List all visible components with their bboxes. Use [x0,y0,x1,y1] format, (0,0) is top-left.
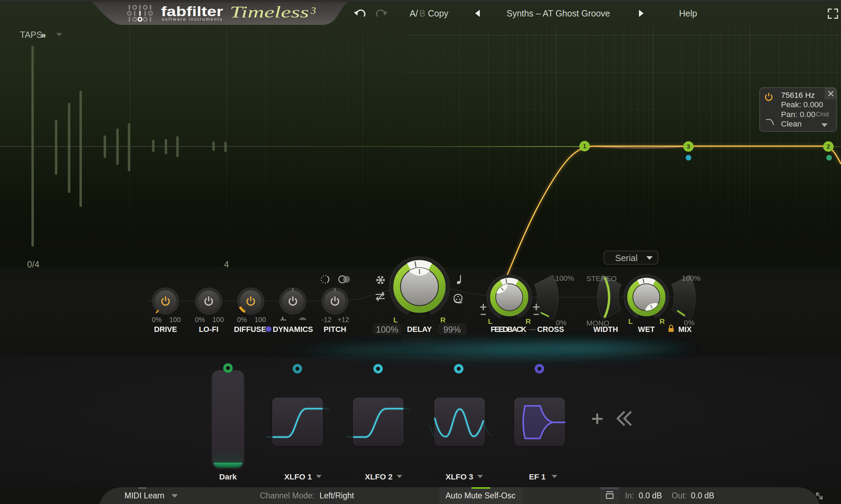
svg-text:Clean: Clean [781,120,802,128]
svg-text:0.0 dB: 0.0 dB [639,491,662,500]
svg-text:DELAY: DELAY [407,325,432,334]
svg-text:0.0 dB: 0.0 dB [691,491,714,500]
svg-text:L: L [393,316,398,324]
svg-text:100%: 100% [555,274,574,282]
svg-text:100%: 100% [376,325,398,334]
svg-text:Peak: 0.000: Peak: 0.000 [781,100,823,109]
svg-text:75616 Hz: 75616 Hz [781,91,815,100]
svg-text:100: 100 [169,316,181,323]
svg-text:0%: 0% [152,316,162,323]
svg-text:Synths – AT Ghost Groove: Synths – AT Ghost Groove [506,8,610,18]
svg-text:XLFO 2: XLFO 2 [365,472,393,481]
svg-text:0%: 0% [195,316,205,323]
svg-text:Out:: Out: [672,491,687,500]
svg-text:A/: A/ [410,8,418,18]
svg-text:99%: 99% [443,325,461,334]
svg-text:—: — [529,325,536,333]
svg-text:-12: -12 [322,316,331,323]
svg-text:100%: 100% [682,274,701,282]
svg-text:Cmd: Cmd [816,111,829,118]
svg-text:3: 3 [310,5,316,16]
svg-text:+12: +12 [337,316,349,323]
svg-text:WET: WET [638,325,655,334]
svg-text:4: 4 [224,259,229,269]
svg-text:Auto Mute Self-Osc: Auto Mute Self-Osc [445,491,515,500]
svg-text:100: 100 [255,316,266,323]
svg-text:DYNAMICS: DYNAMICS [273,325,313,334]
svg-text:R: R [440,316,445,324]
svg-text:R: R [659,317,665,325]
svg-text:In:: In: [625,491,634,500]
svg-text:0%: 0% [237,316,247,323]
svg-text:Serial: Serial [615,253,638,263]
svg-text:Copy: Copy [428,8,449,18]
svg-text:LO-FI: LO-FI [199,325,218,334]
svg-text:WIDTH: WIDTH [593,325,618,334]
svg-text:Dark: Dark [219,472,237,481]
svg-text:PITCH: PITCH [324,325,347,334]
svg-text:CROSS: CROSS [537,325,564,334]
svg-text:»: » [41,30,46,40]
svg-text:FEEDBACK: FEEDBACK [491,325,526,334]
svg-text:1: 1 [583,143,586,150]
svg-text:3: 3 [687,143,690,150]
svg-text:Left/Right: Left/Right [319,491,354,500]
svg-text:L: L [488,317,493,325]
svg-text:MIDI Learn: MIDI Learn [125,491,164,500]
svg-text:DRIVE: DRIVE [154,325,177,334]
svg-text:Timeless: Timeless [230,3,309,21]
svg-text:MIX: MIX [678,325,692,334]
svg-text:DIFFUSE: DIFFUSE [234,325,266,334]
svg-text:EF 1: EF 1 [529,472,546,481]
svg-text:Pan: 0.00: Pan: 0.00 [781,110,815,119]
svg-text:0/4: 0/4 [27,259,40,269]
svg-text:XLFO 3: XLFO 3 [446,472,473,481]
svg-text:XLFO 1: XLFO 1 [284,472,312,481]
svg-text:R: R [525,317,531,325]
svg-text:2: 2 [827,143,830,150]
svg-text:Channel Mode:: Channel Mode: [260,491,315,500]
svg-text:100: 100 [213,316,224,323]
svg-text:B: B [419,8,425,18]
svg-text:Help: Help [679,8,697,18]
svg-text:TAPS: TAPS [20,30,42,40]
svg-text:STEREO: STEREO [586,274,617,282]
svg-text:L: L [628,317,633,325]
